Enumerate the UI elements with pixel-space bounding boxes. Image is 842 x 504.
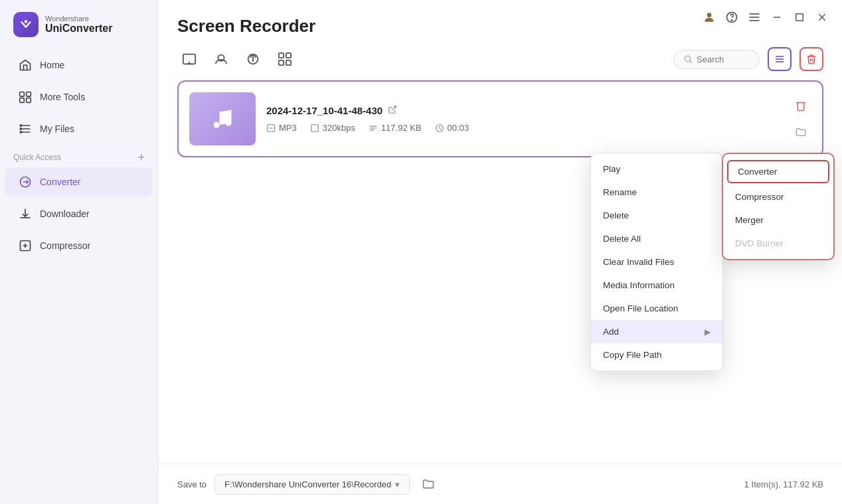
save-path-selector[interactable]: F:\Wondershare UniConverter 16\Recorded … — [214, 474, 410, 495]
format-icon — [266, 124, 276, 133]
table-row: 2024-12-17_10-41-48-430 — [177, 80, 823, 157]
ctx-rename[interactable]: Rename — [591, 181, 722, 204]
ctx-copy-path[interactable]: Copy File Path — [591, 343, 722, 367]
audio-button[interactable] — [241, 47, 265, 71]
svg-rect-27 — [279, 60, 284, 65]
profile-button[interactable] — [703, 11, 716, 24]
file-list: 2024-12-17_10-41-48-430 — [159, 80, 842, 463]
ctx-clear-invalid[interactable]: Clear Invalid Files — [591, 250, 722, 274]
svg-rect-28 — [286, 60, 291, 65]
svg-rect-25 — [279, 53, 284, 58]
svg-rect-17 — [796, 14, 803, 21]
toolbar — [159, 42, 842, 80]
svg-point-29 — [685, 56, 690, 61]
sidebar: Wondershare UniConverter Home More Tools… — [0, 0, 159, 504]
brand-name: Wondershare — [45, 15, 112, 23]
svg-line-36 — [392, 106, 396, 110]
svg-point-0 — [25, 20, 28, 23]
quick-access-add-button[interactable]: + — [137, 151, 145, 163]
search-input[interactable] — [697, 54, 750, 64]
folder-icon — [795, 126, 807, 138]
sidebar-item-more-tools[interactable]: More Tools — [5, 82, 153, 112]
help-button[interactable] — [725, 11, 738, 24]
file-bitrate: 320kbps — [310, 123, 355, 133]
svg-rect-39 — [311, 124, 318, 131]
list-view-button[interactable] — [768, 47, 792, 71]
bitrate-icon — [310, 124, 319, 133]
quick-access-label: Quick Access — [13, 153, 61, 162]
file-name: 2024-12-17_10-41-48-430 — [266, 105, 780, 116]
page-title: Screen Recorder — [177, 16, 315, 37]
search-icon — [683, 54, 693, 64]
submenu-merger[interactable]: Merger — [723, 209, 833, 232]
quick-access-header: Quick Access + — [0, 145, 158, 166]
delete-all-button[interactable] — [800, 47, 823, 71]
size-icon — [369, 124, 378, 133]
duration-icon — [435, 124, 444, 133]
folder-open-icon — [422, 477, 435, 491]
maximize-button[interactable] — [793, 11, 806, 24]
sidebar-item-converter[interactable]: Converter — [5, 167, 153, 197]
submenu-converter[interactable]: Converter — [727, 160, 829, 183]
close-button[interactable] — [815, 11, 829, 24]
logo-area: Wondershare UniConverter — [0, 0, 158, 49]
save-to-label: Save to — [177, 479, 207, 489]
product-name: UniConverter — [45, 23, 112, 35]
sidebar-item-my-files[interactable]: My Files — [5, 114, 153, 143]
ctx-play[interactable]: Play — [591, 157, 722, 181]
window-controls — [703, 11, 829, 24]
sidebar-item-label: My Files — [40, 124, 74, 134]
sidebar-item-compressor[interactable]: Compressor — [5, 231, 153, 260]
svg-rect-1 — [20, 92, 25, 97]
svg-rect-5 — [20, 124, 22, 126]
svg-rect-4 — [27, 98, 31, 103]
context-menu: Play Rename Delete Delete All Clear Inva… — [590, 153, 723, 371]
svg-rect-2 — [27, 92, 31, 97]
app-logo-icon — [13, 12, 39, 37]
sidebar-item-label: Downloader — [40, 209, 90, 219]
sidebar-item-home[interactable]: Home — [5, 50, 153, 80]
footer: Save to F:\Wondershare UniConverter 16\R… — [159, 463, 842, 504]
file-meta: MP3 320kbps 117.92 KB — [266, 123, 780, 133]
downloader-icon — [19, 207, 32, 220]
svg-rect-3 — [20, 98, 25, 103]
file-delete-button[interactable] — [790, 95, 811, 116]
svg-rect-26 — [286, 53, 291, 58]
sidebar-item-label: Home — [40, 60, 64, 70]
screen-record-button[interactable] — [177, 47, 201, 71]
sidebar-item-label: More Tools — [40, 92, 85, 102]
minimize-button[interactable] — [770, 11, 784, 24]
compressor-icon — [19, 239, 32, 252]
svg-rect-7 — [20, 131, 22, 133]
chevron-down-icon: ▾ — [395, 479, 400, 489]
submenu: Converter Compressor Merger DVD Burner — [722, 153, 835, 260]
file-duration: 00:03 — [435, 123, 469, 133]
ctx-add[interactable]: Add ▶ — [591, 320, 722, 343]
svg-point-34 — [214, 122, 220, 128]
svg-point-12 — [731, 20, 732, 21]
files-icon — [19, 122, 32, 135]
tools-icon — [19, 90, 32, 104]
webcam-button[interactable] — [209, 47, 233, 71]
submenu-compressor[interactable]: Compressor — [723, 185, 833, 209]
file-actions — [790, 95, 811, 143]
more-button[interactable] — [273, 47, 297, 71]
file-folder-button[interactable] — [790, 122, 811, 143]
sidebar-item-label: Converter — [40, 177, 80, 187]
search-box[interactable] — [673, 50, 760, 69]
ctx-open-location[interactable]: Open File Location — [591, 297, 722, 320]
ctx-delete-all[interactable]: Delete All — [591, 227, 722, 250]
ctx-delete[interactable]: Delete — [591, 204, 722, 227]
save-path-folder-button[interactable] — [418, 473, 439, 495]
submenu-dvd-burner: DVD Burner — [723, 232, 833, 255]
sidebar-item-downloader[interactable]: Downloader — [5, 199, 153, 228]
file-size: 117.92 KB — [369, 123, 422, 133]
file-thumbnail — [189, 92, 256, 145]
ctx-media-info[interactable]: Media Information — [591, 274, 722, 297]
home-icon — [19, 58, 32, 72]
converter-icon — [19, 175, 32, 189]
svg-point-10 — [707, 13, 712, 17]
logo-text: Wondershare UniConverter — [45, 15, 112, 35]
menu-button[interactable] — [748, 11, 761, 24]
external-link-icon[interactable] — [388, 105, 397, 116]
